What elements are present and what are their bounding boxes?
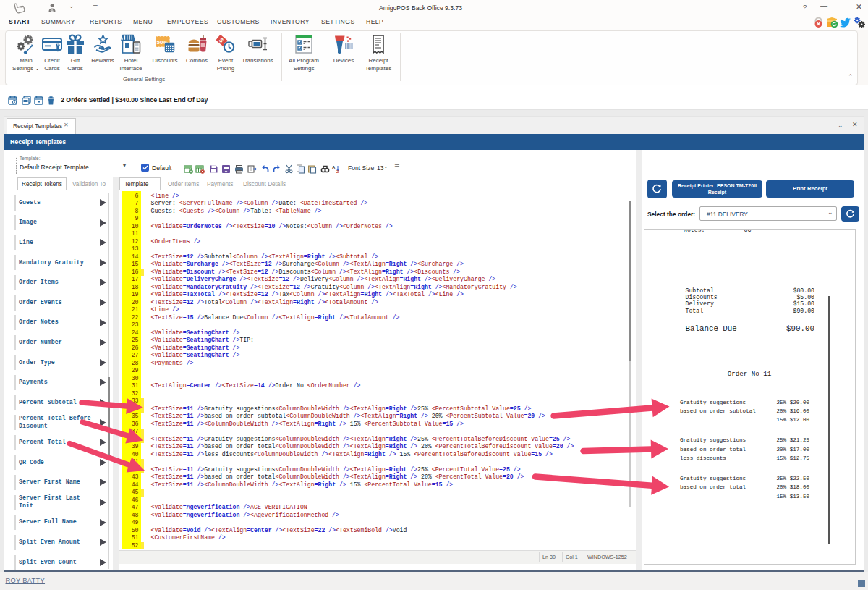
svg-text:A: A [332,165,336,169]
